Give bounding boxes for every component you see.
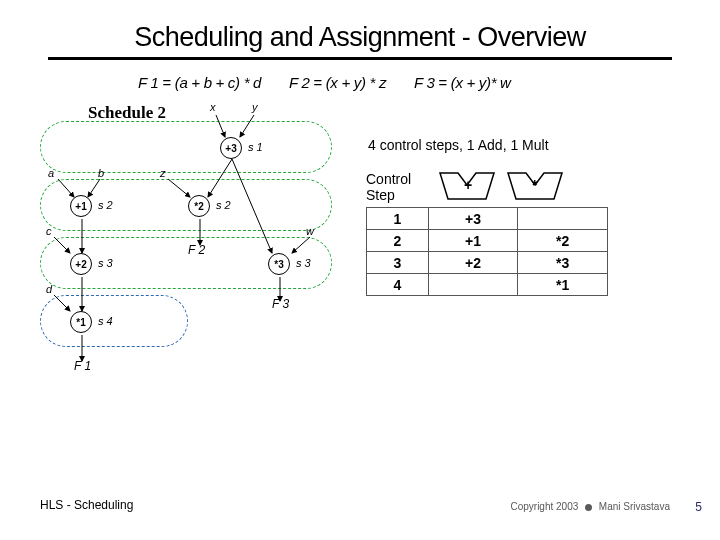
- step-s3b: s 3: [296, 257, 311, 269]
- schedule-diagram: Schedule 2: [48, 101, 340, 421]
- node-mult1: *1: [70, 311, 92, 333]
- node-mult3: *3: [268, 253, 290, 275]
- out-F3: F 3: [272, 297, 289, 311]
- step-s2a: s 2: [98, 199, 113, 211]
- var-x: x: [210, 101, 216, 113]
- page-title: Scheduling and Assignment - Overview: [48, 22, 672, 53]
- svg-line-12: [54, 295, 70, 311]
- svg-line-6: [168, 179, 190, 197]
- step-s4: s 4: [98, 315, 113, 327]
- summary-text: 4 control steps, 1 Add, 1 Mult: [368, 137, 666, 153]
- var-a: a: [48, 167, 54, 179]
- slide-number: 5: [695, 500, 702, 514]
- table-col-step-label: Control Step: [366, 171, 428, 203]
- node-plus1: +1: [70, 195, 92, 217]
- node-plus3: +3: [220, 137, 242, 159]
- svg-line-5: [232, 159, 272, 253]
- footer-left: HLS - Scheduling: [40, 498, 133, 512]
- fu-mult-label: *: [532, 177, 537, 193]
- step-s1: s 1: [248, 141, 263, 153]
- node-mult2: *2: [188, 195, 210, 217]
- var-b: b: [98, 167, 104, 179]
- var-c: c: [46, 225, 52, 237]
- footer-right: Copyright 2003 Mani Srivastava: [510, 501, 670, 512]
- svg-line-8: [54, 237, 70, 253]
- step-s3a: s 3: [98, 257, 113, 269]
- bullet-icon: [585, 504, 592, 511]
- eq-f3: F 3 = (x + y)* w: [414, 74, 511, 91]
- svg-line-0: [216, 115, 225, 137]
- equation-row: F 1 = (a + b + c) * d F 2 = (x + y) * z …: [138, 74, 672, 91]
- node-plus2: +2: [70, 253, 92, 275]
- table-row: 4 *1: [367, 274, 608, 296]
- svg-line-10: [292, 237, 310, 253]
- svg-line-2: [58, 179, 74, 197]
- table-row: 3+2*3: [367, 252, 608, 274]
- var-d: d: [46, 283, 52, 295]
- svg-line-3: [88, 179, 100, 197]
- step-s2b: s 2: [216, 199, 231, 211]
- var-y: y: [252, 101, 258, 113]
- svg-line-1: [240, 115, 254, 137]
- eq-f2: F 2 = (x + y) * z: [289, 74, 386, 91]
- fu-adder-label: +: [464, 177, 472, 193]
- fu-adder-icon: +: [438, 171, 496, 201]
- out-F2: F 2: [188, 243, 205, 257]
- copyright-post: Mani Srivastava: [599, 501, 670, 512]
- table-row: 2+1*2: [367, 230, 608, 252]
- schedule-table: 1+3 2+1*23+2*34 *1: [366, 207, 608, 296]
- copyright-pre: Copyright 2003: [510, 501, 578, 512]
- table-row: 1+3: [367, 208, 608, 230]
- out-F1: F 1: [74, 359, 91, 373]
- eq-f1: F 1 = (a + b + c) * d: [138, 74, 261, 91]
- var-z: z: [160, 167, 166, 179]
- title-rule: [48, 57, 672, 60]
- var-w: w: [306, 225, 314, 237]
- svg-line-4: [208, 159, 232, 197]
- fu-mult-icon: *: [506, 171, 564, 201]
